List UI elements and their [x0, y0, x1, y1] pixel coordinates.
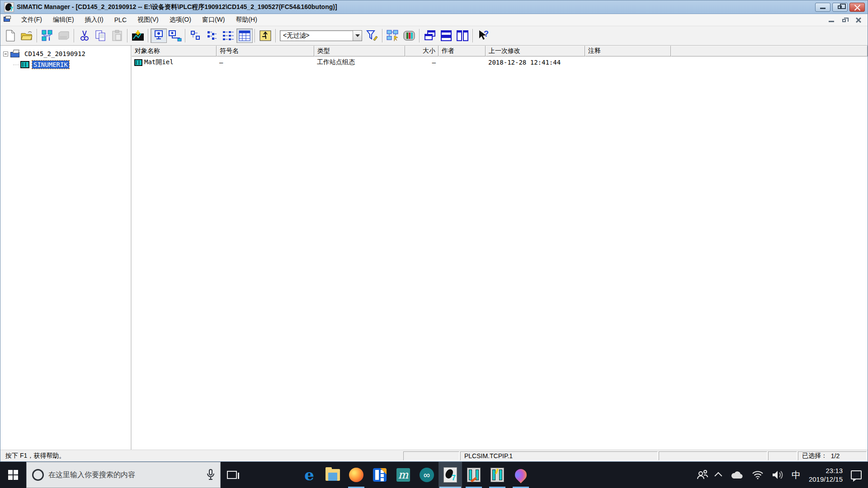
map-pin-app-icon — [513, 467, 529, 483]
mdi-close-icon[interactable] — [855, 17, 862, 23]
cortana-icon — [32, 469, 44, 481]
status-bar: 按下 F1，获得帮助。 PLCSIM.TCPIP.1 已选择： 1/2 — [0, 450, 868, 461]
filter-dropdown-arrow[interactable] — [353, 31, 362, 41]
task-view-icon — [227, 471, 237, 479]
cell-size: — — [405, 59, 439, 66]
window-title: SIMATIC Manager - [CD145_2_20190912 -- E… — [17, 3, 337, 11]
open-button[interactable] — [19, 28, 35, 43]
close-button[interactable] — [849, 3, 865, 12]
wifi-icon[interactable] — [752, 470, 764, 479]
simulation-button[interactable] — [385, 28, 401, 43]
search-input[interactable]: 在这里输入你要搜索的内容 — [26, 462, 221, 488]
column-header-type[interactable]: 类型 — [314, 46, 405, 56]
restore-button[interactable] — [832, 3, 848, 12]
ime-indicator[interactable]: 中 — [792, 469, 801, 481]
filter-edit-button[interactable] — [364, 28, 380, 43]
column-header-comment[interactable]: 注释 — [585, 46, 671, 56]
download-button[interactable] — [130, 28, 146, 43]
taskbar-apps: e m ∞ 7 — [297, 462, 533, 488]
menu-edit[interactable]: 编辑(E) — [47, 14, 80, 26]
accessible-nodes-button[interactable]: i — [39, 28, 56, 43]
onedrive-cloud-icon[interactable] — [730, 470, 744, 479]
tree-child-row[interactable]: SINUMERIK — [2, 59, 129, 70]
tile-horizontal-button[interactable] — [438, 28, 454, 43]
simatic-s7-icon: 7 — [4, 2, 14, 12]
menu-insert[interactable]: 插入(I) — [80, 14, 109, 26]
help-pointer-button[interactable]: ? — [475, 28, 491, 43]
menu-window[interactable]: 窗口(W) — [197, 14, 231, 26]
column-header-last-modified[interactable]: 上一次修改 — [486, 46, 585, 56]
project-window-icon[interactable] — [3, 16, 12, 24]
online-button[interactable] — [151, 28, 167, 43]
list-header: 对象名称 符号名 类型 大小 作者 上一次修改 注释 — [132, 46, 868, 56]
hw-config-icon — [491, 468, 504, 482]
large-icons-button[interactable] — [188, 28, 204, 43]
menu-file[interactable]: 文件(F) — [16, 14, 47, 26]
firefox-icon — [349, 468, 363, 482]
menu-plc[interactable]: PLC — [109, 14, 132, 25]
taskbar-app-video[interactable] — [368, 462, 392, 488]
station-icon — [20, 61, 29, 68]
taskbar-app-m[interactable]: m — [392, 462, 415, 488]
microphone-icon[interactable] — [207, 469, 215, 481]
chevron-up-icon[interactable] — [717, 472, 722, 478]
list-view-button[interactable] — [220, 28, 236, 43]
start-button[interactable] — [0, 462, 26, 488]
taskbar-app-arduino[interactable]: ∞ — [415, 462, 439, 488]
module-info-button[interactable] — [401, 28, 417, 43]
tile-vertical-button[interactable] — [454, 28, 471, 43]
file-explorer-icon — [326, 469, 340, 481]
details-view-button[interactable] — [236, 28, 253, 43]
taskbar-app-edge[interactable]: e — [297, 462, 321, 488]
column-header-size[interactable]: 大小 — [405, 46, 439, 56]
cell-type: 工作站点组态 — [314, 58, 405, 66]
cascade-windows-button[interactable] — [422, 28, 438, 43]
tree-root-row[interactable]: CD145_2_20190912 — [2, 48, 129, 59]
menu-help[interactable]: 帮助(H) — [230, 14, 262, 26]
column-header-object-name[interactable]: 对象名称 — [132, 46, 217, 56]
taskbar-app-plc-editor[interactable] — [462, 462, 486, 488]
cell-symbol-name: — — [217, 59, 314, 66]
copy-button[interactable] — [93, 28, 109, 43]
cut-button[interactable] — [76, 28, 93, 43]
people-icon[interactable] — [697, 469, 708, 480]
tree-root-label[interactable]: CD145_2_20190912 — [23, 50, 87, 58]
taskbar-app-hw-config[interactable] — [486, 462, 509, 488]
column-header-author[interactable]: 作者 — [439, 46, 486, 56]
toolbar-separator — [419, 29, 420, 42]
collapse-icon[interactable] — [3, 52, 8, 56]
paste-button[interactable] — [109, 28, 125, 43]
taskbar-app-firefox[interactable] — [344, 462, 368, 488]
edge-icon: e — [304, 467, 314, 483]
mdi-minimize-icon[interactable] — [828, 17, 835, 23]
task-view-button[interactable] — [221, 462, 243, 488]
menu-options[interactable]: 选项(O) — [164, 14, 197, 26]
volume-icon[interactable] — [772, 470, 783, 480]
taskbar-time: 23:13 — [809, 466, 843, 475]
taskbar-app-map-pin[interactable] — [509, 462, 533, 488]
tree-child-label[interactable]: SINUMERIK — [32, 61, 69, 69]
toolbar-separator — [37, 29, 38, 42]
minimize-button[interactable] — [815, 3, 830, 12]
offline-button[interactable] — [167, 28, 183, 43]
column-header-filler — [671, 46, 868, 56]
taskbar-clock[interactable]: 23:13 2019/12/15 — [809, 466, 843, 483]
menu-view[interactable]: 视图(V) — [132, 14, 164, 26]
action-center-icon[interactable] — [851, 470, 862, 479]
memory-card-button[interactable] — [56, 28, 72, 43]
taskbar-app-file-explorer[interactable] — [321, 462, 344, 488]
toolbar-separator — [148, 29, 149, 42]
column-header-symbol-name[interactable]: 符号名 — [217, 46, 314, 56]
taskbar-app-simatic-manager[interactable]: 7 — [439, 462, 462, 488]
new-button[interactable] — [2, 28, 19, 43]
filter-dropdown[interactable]: <无过滤> — [280, 30, 362, 41]
up-one-level-button[interactable] — [257, 28, 274, 43]
simatic-manager-window: 7 SIMATIC Manager - [CD145_2_20190912 --… — [0, 0, 868, 462]
table-row[interactable]: Mat閞iel — 工作站点组态 — 2018-12-28 12:41:44 — [132, 56, 868, 68]
toolbar-separator — [255, 29, 255, 42]
small-icons-button[interactable] — [204, 28, 220, 43]
cell-object-name[interactable]: Mat閞iel — [132, 58, 217, 66]
mdi-restore-icon[interactable] — [841, 17, 849, 23]
toolbar: i — [0, 26, 868, 46]
station-icon — [134, 59, 142, 66]
